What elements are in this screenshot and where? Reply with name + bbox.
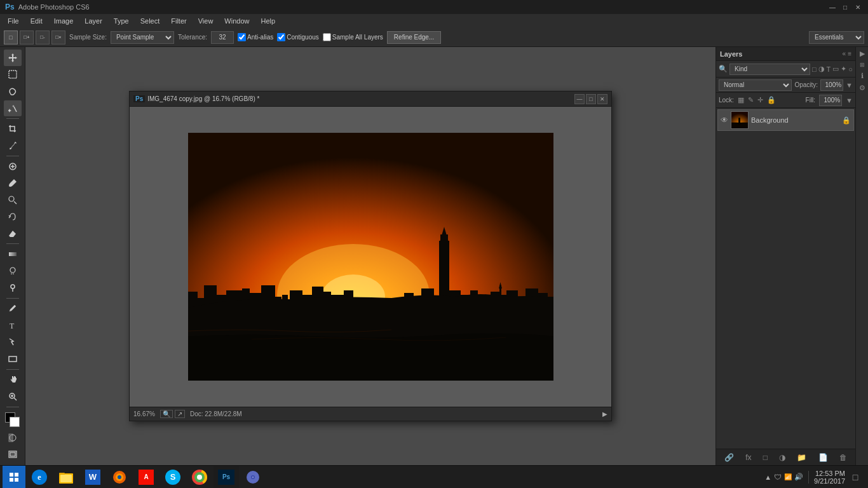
filter-adjust-icon[interactable]: ◑ [818, 65, 825, 73]
clone-stamp-tool[interactable] [4, 192, 22, 208]
taskbar-ie[interactable]: e [27, 466, 52, 489]
healing-brush-tool[interactable] [4, 158, 22, 175]
lock-brush-icon[interactable]: ✎ [748, 96, 754, 104]
text-tool[interactable]: T [4, 317, 22, 334]
minimize-button[interactable]: — [827, 2, 837, 12]
lock-all-icon[interactable]: 🔒 [767, 96, 776, 104]
taskbar-explorer[interactable] [53, 466, 79, 489]
panel-collapse-btn[interactable]: « [843, 50, 846, 57]
background-color[interactable] [10, 417, 20, 427]
zoom-options[interactable]: 🔍 [160, 410, 173, 418]
opacity-arrow[interactable]: ▼ [846, 81, 853, 89]
taskbar-pdf[interactable]: A [133, 466, 159, 489]
filter-kind-select[interactable]: Kind [729, 64, 810, 75]
lock-transparent-icon[interactable]: ▦ [738, 96, 744, 104]
delete-layer-btn[interactable]: 🗑 [839, 453, 847, 462]
move-tool[interactable] [4, 50, 22, 66]
dodge-tool[interactable] [4, 280, 22, 296]
workspace-select[interactable]: Essentials Photography [809, 31, 864, 44]
zoom-tool[interactable] [4, 388, 22, 405]
right-info-icon[interactable]: ℹ [861, 72, 864, 80]
right-expand-icon[interactable]: ▶ [860, 50, 865, 58]
sample-all-check[interactable]: Sample All Layers [323, 33, 383, 41]
fill-arrow[interactable]: ▼ [846, 97, 853, 104]
taskbar-firefox[interactable] [107, 466, 132, 489]
taskbar-chrome[interactable] [187, 466, 212, 489]
lock-move-icon[interactable]: ✛ [757, 96, 763, 104]
doc-close-button[interactable]: ✕ [597, 94, 607, 104]
layer-group-btn[interactable]: 📁 [797, 453, 806, 462]
scroll-right[interactable]: ▶ [602, 410, 607, 417]
contiguous-check[interactable]: Contiguous [277, 33, 319, 41]
brush-tool[interactable] [4, 175, 22, 191]
crop-tool[interactable] [4, 121, 22, 137]
quick-mask-mode[interactable] [4, 430, 22, 446]
filter-toggle[interactable]: ○ [848, 65, 853, 73]
eraser-tool[interactable] [4, 226, 22, 242]
anti-alias-check[interactable]: Anti-alias [238, 33, 273, 41]
layer-visibility-toggle[interactable]: 👁 [721, 116, 728, 125]
layer-row[interactable]: 👁 [717, 109, 854, 131]
taskbar-security-icon[interactable]: 🛡 [774, 473, 782, 482]
maximize-button[interactable]: □ [840, 2, 850, 12]
fill-input[interactable] [819, 95, 842, 106]
filter-type-icon[interactable]: T [827, 65, 831, 73]
filter-pixel-icon[interactable]: □ [812, 65, 817, 73]
lasso-tool[interactable] [4, 83, 22, 100]
history-brush-tool[interactable] [4, 208, 22, 225]
blur-tool[interactable] [4, 263, 22, 280]
taskbar-speaker-icon[interactable]: 🔊 [794, 473, 803, 481]
foreground-background-colors[interactable] [4, 411, 22, 428]
path-selection-tool[interactable] [4, 334, 22, 351]
taskbar-arrow-icon[interactable]: ▲ [764, 473, 771, 481]
screen-mode[interactable] [4, 446, 22, 463]
gradient-tool[interactable] [4, 246, 22, 262]
hand-tool[interactable] [4, 372, 22, 388]
taskbar-disc[interactable] [240, 466, 266, 489]
marquee-tool[interactable] [4, 67, 22, 83]
intersect-selection-btn[interactable]: □× [51, 30, 65, 44]
export-btn[interactable]: ↗ [175, 410, 185, 418]
start-button[interactable] [3, 466, 25, 489]
menu-file[interactable]: File [3, 16, 24, 26]
sample-size-select[interactable]: Point Sample 3 by 3 Average [111, 31, 174, 44]
doc-maximize-button[interactable]: □ [586, 94, 596, 104]
layer-fx-btn[interactable]: fx [745, 453, 751, 462]
notification-button[interactable]: □ [850, 466, 860, 489]
menu-image[interactable]: Image [49, 16, 79, 26]
menu-filter[interactable]: Filter [166, 16, 191, 26]
pen-tool[interactable] [4, 301, 22, 317]
new-layer-btn[interactable]: 📄 [818, 453, 828, 462]
menu-type[interactable]: Type [109, 16, 134, 26]
eyedropper-tool[interactable] [4, 137, 22, 154]
menu-select[interactable]: Select [135, 16, 165, 26]
new-selection-btn[interactable]: □ [4, 30, 18, 44]
subtract-selection-btn[interactable]: □- [36, 30, 50, 44]
menu-window[interactable]: Window [219, 16, 254, 26]
doc-minimize-button[interactable]: — [574, 94, 585, 104]
right-settings-icon[interactable]: ⚙ [859, 84, 865, 92]
close-button[interactable]: ✕ [853, 2, 863, 12]
menu-view[interactable]: View [193, 16, 219, 26]
filter-smart-icon[interactable]: ✦ [841, 65, 846, 73]
tolerance-input[interactable] [211, 31, 234, 44]
rectangle-tool[interactable] [4, 351, 22, 367]
filter-shape-icon[interactable]: ▭ [832, 65, 839, 73]
blend-mode-select[interactable]: Normal Multiply Screen [719, 79, 792, 91]
system-clock[interactable]: 12:53 PM 9/21/2017 [814, 470, 845, 485]
menu-edit[interactable]: Edit [25, 16, 48, 26]
menu-layer[interactable]: Layer [79, 16, 107, 26]
refine-edge-button[interactable]: Refine Edge... [387, 31, 441, 44]
magic-wand-tool[interactable] [4, 100, 22, 117]
layer-adjustment-btn[interactable]: ◑ [779, 453, 785, 462]
layer-link-btn[interactable]: 🔗 [724, 453, 734, 462]
taskbar-network-icon[interactable]: 📶 [784, 473, 792, 480]
menu-help[interactable]: Help [255, 16, 280, 26]
taskbar-photoshop[interactable]: Ps [214, 466, 239, 489]
right-grid-icon[interactable]: ⊞ [860, 62, 865, 68]
add-selection-btn[interactable]: □+ [20, 30, 34, 44]
taskbar-skype[interactable]: S [160, 466, 186, 489]
layer-mask-btn[interactable]: □ [763, 453, 768, 462]
panel-menu-btn[interactable]: ≡ [848, 50, 851, 57]
opacity-input[interactable] [820, 79, 843, 91]
